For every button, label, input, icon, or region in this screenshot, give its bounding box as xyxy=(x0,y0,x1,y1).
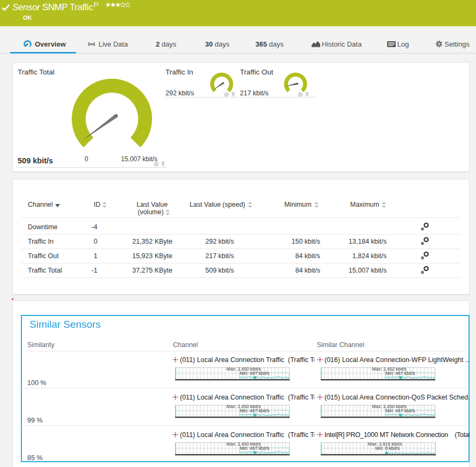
svg-text:Min: 467 kbit/s: Min: 467 kbit/s xyxy=(386,371,415,376)
svg-text:Min: 467 kbit/s: Min: 467 kbit/s xyxy=(240,371,269,376)
svg-text:Min: 467 kbit/s: Min: 467 kbit/s xyxy=(240,408,269,413)
svg-text:Min: 467 kbit/s: Min: 467 kbit/s xyxy=(386,408,415,413)
svg-text:Min: 467 kbit/s: Min: 467 kbit/s xyxy=(240,446,269,451)
svg-text:Min: 0 kbit/s: Min: 0 kbit/s xyxy=(375,446,399,451)
